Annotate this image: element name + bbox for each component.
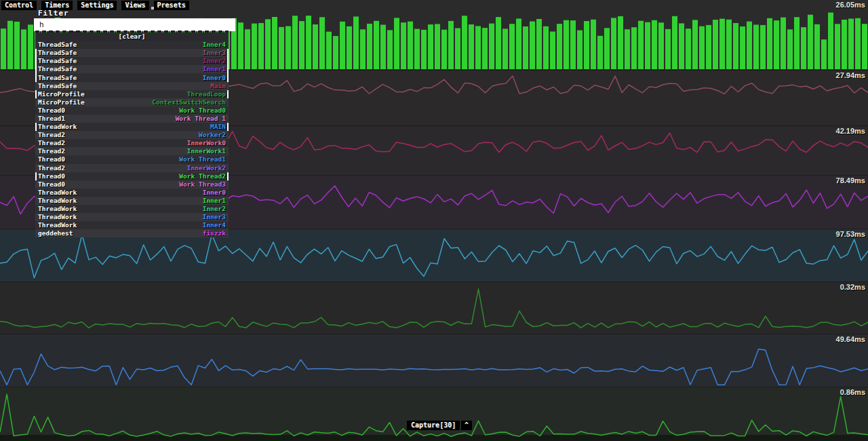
row-timer-label: Work Thread2 bbox=[179, 172, 226, 180]
menu-item-presets[interactable]: Presets bbox=[154, 1, 189, 10]
filter-row-threadwork-inner3[interactable]: ThreadWorkInner3 bbox=[35, 213, 229, 221]
row-timer-label: InnerWork2 bbox=[187, 164, 226, 172]
selection-marker bbox=[35, 172, 37, 180]
filter-row-threadsafe-inner2[interactable]: ThreadSafeInner2 bbox=[35, 57, 229, 65]
row-timer-label: ThreadLoop bbox=[187, 90, 226, 98]
graph-section-line-blue: 49.64ms bbox=[0, 334, 868, 387]
graph-max-label-line-crimson: 42.19ms bbox=[836, 127, 865, 135]
filter-dropdown: [clear]ThreadSafeInner4ThreadSafeInner3T… bbox=[35, 33, 229, 237]
row-group-label: Thread2 bbox=[38, 139, 65, 147]
row-timer-label: Work Thread1 bbox=[179, 155, 226, 164]
filter-row-thread2-innerwork0[interactable]: Thread2InnerWork0 bbox=[35, 139, 229, 147]
row-group-label: MicroProfile bbox=[38, 90, 85, 98]
graph-max-label-line-cyan: 97.53ms bbox=[836, 230, 865, 238]
row-timer-label: Work Thread3 bbox=[179, 180, 226, 189]
filter-row-threadwork-inner1[interactable]: ThreadWorkInner1 bbox=[35, 197, 229, 205]
selection-marker bbox=[35, 73, 37, 81]
row-timer-label: Main bbox=[210, 82, 226, 90]
row-timer-label: Inner2 bbox=[203, 205, 226, 213]
menu-item-control[interactable]: Control bbox=[1, 1, 37, 10]
row-timer-label: ContextSwitchSearch bbox=[152, 98, 226, 107]
selection-marker bbox=[227, 73, 229, 81]
filter-row-thread0-workthread2[interactable]: Thread0Work Thread2 bbox=[35, 172, 229, 180]
row-group-label: ThreadSafe bbox=[38, 65, 77, 73]
filter-row-threadsafe-inner1[interactable]: ThreadSafeInner1 bbox=[35, 65, 229, 73]
filter-row-geddehest-fiszzk[interactable]: geddehestfiszzk bbox=[35, 229, 229, 237]
filter-row-thread2-innerwork2[interactable]: Thread2InnerWork2 bbox=[35, 164, 229, 172]
filter-row-threadwork-main[interactable]: ThreadWorkMAIN bbox=[35, 123, 229, 131]
row-timer-label: Worker2 bbox=[199, 131, 226, 139]
row-group-label: ThreadWork bbox=[38, 189, 77, 197]
graph-section-line-dgreen: 0.32ms bbox=[0, 282, 868, 334]
selection-marker bbox=[227, 49, 229, 57]
filter-row-threadsafe-inner3[interactable]: ThreadSafeInner3 bbox=[35, 49, 229, 57]
row-group-label: Thread2 bbox=[38, 131, 65, 139]
row-group-label: ThreadSafe bbox=[38, 57, 77, 65]
row-group-label: ThreadSafe bbox=[38, 41, 77, 49]
filter-row-microprofile-contextswitchsearch[interactable]: MicroProfileContextSwitchSearch bbox=[35, 98, 229, 107]
selection-marker bbox=[35, 49, 37, 57]
filter-input[interactable] bbox=[34, 18, 235, 31]
graph-max-label-line-blue: 49.64ms bbox=[836, 335, 865, 343]
row-timer-label: InnerWork0 bbox=[187, 139, 226, 147]
row-group-label: Thread0 bbox=[38, 155, 65, 164]
filter-row-threadsafe-inner0[interactable]: ThreadSafeInner0 bbox=[35, 73, 229, 81]
row-timer-label: Inner1 bbox=[203, 197, 226, 205]
menu-item-settings[interactable]: Settings bbox=[77, 1, 117, 10]
selection-marker bbox=[227, 123, 229, 131]
row-timer-label: InnerWork1 bbox=[187, 147, 226, 155]
filter-row-microprofile-threadloop[interactable]: MicroProfileThreadLoop bbox=[35, 90, 229, 98]
filter-row-threadwork-inner0[interactable]: ThreadWorkInner0 bbox=[35, 189, 229, 197]
row-timer-label: Inner0 bbox=[203, 74, 226, 82]
row-group-label: Thread2 bbox=[38, 164, 65, 172]
capture-toggle-button[interactable]: ^ bbox=[461, 421, 472, 430]
selection-marker bbox=[227, 57, 229, 65]
row-group-label: MicroProfile bbox=[38, 98, 85, 107]
row-timer-label: Inner1 bbox=[203, 65, 226, 73]
row-group-label: geddehest bbox=[38, 229, 73, 237]
clear-label: [clear] bbox=[118, 33, 145, 41]
row-group-label: Thread0 bbox=[38, 172, 65, 180]
graph-canvas-line-dgreen[interactable] bbox=[0, 282, 868, 334]
capture-button[interactable]: Capture[30] bbox=[407, 421, 460, 430]
menu-item-views[interactable]: Views bbox=[121, 1, 149, 10]
filter-row-thread0-workthread1[interactable]: Thread0Work Thread1 bbox=[35, 155, 229, 164]
filter-row-threadwork-inner4[interactable]: ThreadWorkInner4 bbox=[35, 221, 229, 229]
row-group-label: ThreadSafe bbox=[38, 82, 77, 90]
row-timer-label: Inner4 bbox=[203, 41, 226, 49]
filter-row-thread2-innerwork1[interactable]: Thread2InnerWork1 bbox=[35, 147, 229, 155]
row-group-label: ThreadSafe bbox=[38, 74, 77, 82]
selection-marker bbox=[35, 123, 37, 131]
row-timer-label: Inner3 bbox=[203, 213, 226, 221]
graph-max-label-frame-bars: 26.05ms bbox=[836, 1, 865, 9]
filter-row-thread0-workthread0[interactable]: Thread0Work Thread0 bbox=[35, 107, 229, 115]
filter-clear-row[interactable]: [clear] bbox=[35, 33, 229, 41]
row-group-label: ThreadWork bbox=[38, 213, 77, 221]
filter-row-thread0-workthread3[interactable]: Thread0Work Thread3 bbox=[35, 180, 229, 189]
graph-max-label-line-green: 0.86ms bbox=[840, 388, 865, 396]
selection-marker bbox=[35, 65, 37, 73]
row-timer-label: MAIN bbox=[210, 123, 226, 131]
filter-row-thread2-worker2[interactable]: Thread2Worker2 bbox=[35, 131, 229, 139]
graph-canvas-line-green[interactable] bbox=[0, 387, 868, 441]
graph-max-label-line-magenta: 78.49ms bbox=[836, 176, 865, 185]
row-timer-label: fiszzk bbox=[203, 229, 226, 237]
graph-canvas-line-blue[interactable] bbox=[0, 334, 868, 387]
filter-row-thread1-workthread1[interactable]: Thread1Work Thread 1 bbox=[35, 115, 229, 123]
selection-marker bbox=[35, 57, 37, 65]
graph-section-line-green: 0.86ms bbox=[0, 387, 868, 441]
filter-row-threadsafe-main[interactable]: ThreadSafeMain bbox=[35, 82, 229, 90]
filter-row-threadsafe-inner4[interactable]: ThreadSafeInner4 bbox=[35, 41, 229, 49]
row-group-label: ThreadWork bbox=[38, 205, 77, 213]
row-timer-label: Inner0 bbox=[203, 189, 226, 197]
row-timer-label: Work Thread0 bbox=[179, 107, 226, 115]
row-group-label: Thread0 bbox=[38, 180, 65, 189]
row-timer-label: Inner2 bbox=[203, 57, 226, 65]
row-timer-label: Work Thread 1 bbox=[176, 115, 226, 123]
row-group-label: ThreadWork bbox=[38, 221, 77, 229]
row-timer-label: Inner3 bbox=[203, 49, 226, 57]
graph-max-label-line-rose: 27.94ms bbox=[836, 71, 865, 79]
row-timer-label: Inner4 bbox=[203, 221, 226, 229]
filter-row-threadwork-inner2[interactable]: ThreadWorkInner2 bbox=[35, 205, 229, 213]
menu-item-timers[interactable]: Timers bbox=[41, 1, 73, 10]
